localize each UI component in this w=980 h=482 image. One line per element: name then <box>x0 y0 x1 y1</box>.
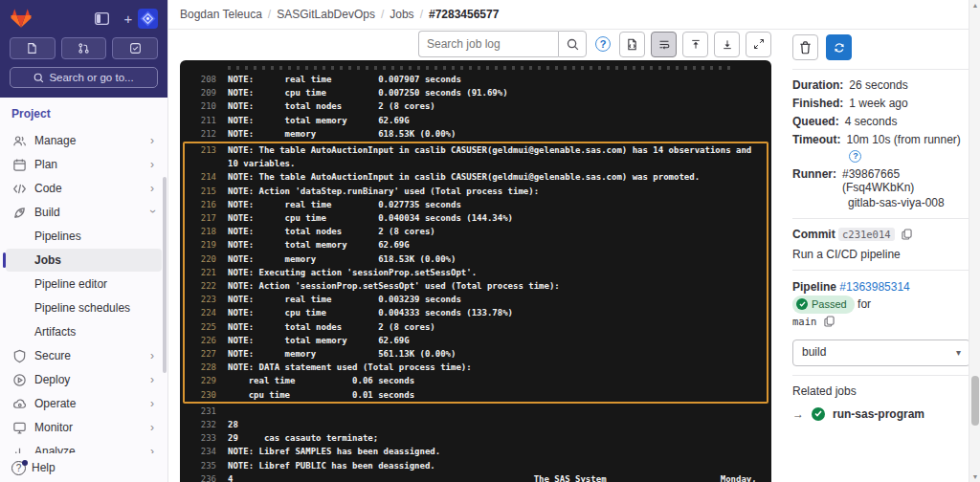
rawfile-icon <box>626 38 638 51</box>
log-search-input[interactable] <box>418 31 558 57</box>
sidebar-item-label: Build <box>34 206 150 219</box>
sidebar: + Search or go to... Project Manage›Plan… <box>0 0 168 482</box>
sidebar-item-pipeline-editor[interactable]: Pipeline editor <box>6 273 162 296</box>
scrolltop-icon <box>690 38 702 51</box>
show-raw-log-button[interactable] <box>619 32 645 57</box>
retry-job-button[interactable] <box>826 34 852 60</box>
issues-shortcut-button[interactable] <box>10 37 56 59</box>
sidebar-item-operate[interactable]: Operate› <box>6 392 162 415</box>
log-line-number[interactable]: 234 <box>188 445 216 458</box>
log-line-number[interactable]: 236 <box>188 472 216 482</box>
copy-ref-icon[interactable] <box>824 316 835 332</box>
gitlab-logo[interactable] <box>10 7 33 30</box>
sidebar-item-secure[interactable]: Secure› <box>6 344 162 367</box>
log-search-help-icon[interactable]: ? <box>595 36 611 52</box>
log-line-number[interactable]: 228 <box>188 361 216 374</box>
breadcrumb-item[interactable]: #7283456577 <box>429 8 499 21</box>
chevron-right-icon: › <box>150 421 156 434</box>
scrollbar-up-arrow[interactable]: ▲ <box>969 2 980 9</box>
chevron-right-icon: › <box>150 397 156 410</box>
log-line-number[interactable]: 212 <box>188 127 216 141</box>
log-line-number[interactable]: 217 <box>188 211 216 225</box>
breadcrumb-item[interactable]: Bogdan Teleuca <box>180 8 262 21</box>
pipeline-status-badge[interactable]: Passed <box>792 296 855 314</box>
code-icon <box>11 181 27 196</box>
search-or-go-to-button[interactable]: Search or go to... <box>10 67 158 88</box>
log-line-number[interactable]: 221 <box>188 266 216 279</box>
log-line-number[interactable]: 222 <box>188 279 216 293</box>
breadcrumb-item[interactable]: Jobs <box>390 8 413 21</box>
wrap-text-toggle[interactable] <box>651 32 677 57</box>
log-line: 216NOTE: real time 0.027735 seconds <box>185 198 767 211</box>
detail-row-runner: Runner:#39867665 (Fsq4WKbKn)gitlab-sas-v… <box>792 167 970 209</box>
erase-log-button[interactable] <box>792 34 818 60</box>
help-menu-item[interactable]: ? Help <box>0 453 167 482</box>
timeout-help-icon[interactable]: ? <box>849 150 861 163</box>
commit-sha[interactable]: c231e014 <box>838 228 895 241</box>
log-line-number[interactable]: 215 <box>188 185 216 198</box>
log-line-number[interactable]: 232 <box>188 418 216 431</box>
log-line-number[interactable]: 224 <box>188 306 216 319</box>
pipeline-link[interactable]: #1363985314 <box>839 280 909 294</box>
sidebar-item-label: Pipeline schedules <box>34 301 156 315</box>
copy-commit-icon[interactable] <box>902 229 912 243</box>
log-line-number[interactable]: 210 <box>188 99 216 113</box>
deploy-icon <box>11 372 27 387</box>
log-line-number[interactable]: 233 <box>188 431 216 445</box>
log-line-number[interactable]: 208 <box>188 73 216 86</box>
sidebar-item-analyze[interactable]: Analyze› <box>6 440 162 453</box>
create-new-button[interactable]: + <box>119 9 138 28</box>
log-line-number[interactable]: 230 <box>188 388 216 402</box>
scroll-to-bottom-button[interactable] <box>714 32 740 57</box>
sidebar-toggle-icon[interactable] <box>92 9 111 28</box>
sidebar-item-plan[interactable]: Plan› <box>6 153 162 176</box>
scrollbar-down-arrow[interactable]: ▼ <box>969 473 980 480</box>
log-line-number[interactable]: 227 <box>188 347 216 361</box>
log-line-text: 28 <box>228 418 764 431</box>
scroll-to-top-button[interactable] <box>682 32 708 57</box>
page-scrollbar[interactable]: ▲ ▼ <box>969 0 980 482</box>
breadcrumb-item[interactable]: SASGitLabDevOps <box>277 8 375 21</box>
pipeline-ref[interactable]: main <box>792 316 816 327</box>
pipeline-label: Pipeline <box>792 280 836 294</box>
fullscreen-button[interactable] <box>746 32 771 57</box>
log-line-number[interactable]: 218 <box>188 225 216 238</box>
stage-dropdown[interactable]: build ▾ <box>792 340 970 366</box>
sidebar-item-pipeline-schedules[interactable]: Pipeline schedules <box>6 296 162 319</box>
log-line-number[interactable]: 209 <box>188 86 216 99</box>
user-avatar[interactable] <box>138 9 158 29</box>
sidebar-item-artifacts[interactable]: Artifacts <box>6 320 162 343</box>
page-scrollbar-thumb[interactable] <box>971 376 979 426</box>
related-job-run-sas-program[interactable]: →run-sas-program <box>792 407 970 421</box>
log-line-number[interactable]: 214 <box>188 170 216 184</box>
log-line-number[interactable]: 223 <box>188 293 216 306</box>
sidebar-scrollbar[interactable] <box>163 177 167 373</box>
sidebar-item-deploy[interactable]: Deploy› <box>6 368 162 391</box>
sidebar-item-code[interactable]: Code› <box>6 177 162 200</box>
log-line: 228NOTE: DATA statement used (Total proc… <box>185 361 767 374</box>
doc-icon <box>26 42 38 55</box>
sidebar-item-label: Secure <box>34 349 150 362</box>
todo-list-shortcut-button[interactable] <box>112 37 158 59</box>
log-line-number[interactable]: 220 <box>188 252 216 266</box>
log-line-number[interactable]: 235 <box>188 459 216 472</box>
log-line-number[interactable]: 213 <box>188 143 216 170</box>
log-line-number[interactable]: 229 <box>188 374 216 387</box>
sidebar-item-pipelines[interactable]: Pipelines <box>6 225 162 248</box>
breadcrumb: Bogdan Teleuca/SASGitLabDevOps/Jobs/#728… <box>168 0 969 30</box>
sidebar-item-monitor[interactable]: Monitor› <box>6 416 162 439</box>
sidebar-item-jobs[interactable]: Jobs <box>6 249 162 272</box>
log-line-number[interactable]: 231 <box>188 405 216 418</box>
log-line-number[interactable]: 226 <box>188 334 216 347</box>
merge-requests-shortcut-button[interactable] <box>61 37 107 59</box>
log-line-number[interactable]: 225 <box>188 320 216 334</box>
sidebar-item-build[interactable]: Build› <box>6 201 162 224</box>
softwrap-icon <box>657 38 671 51</box>
log-line-number[interactable]: 216 <box>188 198 216 211</box>
sidebar-item-manage[interactable]: Manage› <box>6 129 162 152</box>
log-search-button[interactable] <box>558 31 587 57</box>
log-line-number[interactable]: 219 <box>188 238 216 252</box>
log-line-text: NOTE: Libref SAMPLES has been deassigned… <box>228 445 764 458</box>
commit-message[interactable]: Run a CI/CD pipeline <box>792 248 970 261</box>
log-line-number[interactable]: 211 <box>188 114 216 127</box>
